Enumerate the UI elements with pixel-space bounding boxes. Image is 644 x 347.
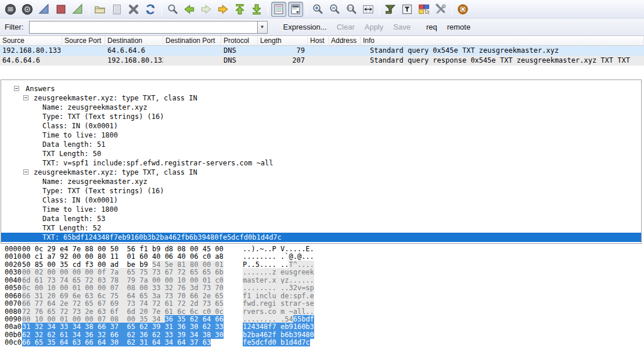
detail-row[interactable]: Class: IN (0x0001) xyxy=(1,196,641,205)
capture-filter-button[interactable] xyxy=(383,2,398,17)
packet-cell xyxy=(62,46,105,56)
hex-layer-bytes: 72 76 65 72 73 2e 63 6f 6d 20 7e 61 6c 6… xyxy=(22,308,224,316)
save-file-button[interactable] xyxy=(109,2,124,17)
toolbar-separator xyxy=(89,3,89,16)
list-interfaces-button[interactable] xyxy=(3,2,18,17)
hex-row[interactable]: 000000 0c 29 e4 7e 88 00 50 56 f1 b9 d8 … xyxy=(0,245,644,253)
filter-button-expression[interactable]: Expression... xyxy=(283,23,327,31)
filter-input[interactable] xyxy=(29,21,257,34)
column-header-destination[interactable]: Destination xyxy=(105,36,163,46)
resize-columns-icon xyxy=(362,3,374,15)
help-button[interactable] xyxy=(455,2,470,17)
detail-row[interactable]: Type: TXT (Text strings) (16) xyxy=(1,186,641,196)
detail-row[interactable]: Name: zeusgreekmaster.xyz xyxy=(1,177,641,186)
detail-row[interactable]: Data length: 53 xyxy=(1,214,641,223)
column-header-source[interactable]: Source xyxy=(0,36,62,46)
hex-bytes: 00 0c 29 e4 7e 88 00 50 56 f1 b9 d8 08 0… xyxy=(22,245,224,253)
packet-cell xyxy=(308,56,329,66)
detail-row[interactable]: zeusgreekmaster.xyz: type TXT, class IN xyxy=(1,168,641,177)
detail-row[interactable]: Answers xyxy=(1,84,641,93)
restart-capture-button[interactable] xyxy=(70,2,85,17)
display-filter-button[interactable] xyxy=(400,2,415,17)
zoom-actual-button[interactable]: 1:1 xyxy=(344,2,359,17)
stop-capture-button[interactable] xyxy=(53,2,69,17)
detail-row[interactable]: Time to live: 1800 xyxy=(1,205,641,214)
hex-row[interactable]: 009000 10 00 01 00 00 07 08 00 35 34 36 … xyxy=(0,316,644,323)
capture-options-icon xyxy=(21,3,33,15)
colorize-button[interactable] xyxy=(271,2,286,17)
column-header-destination-port[interactable]: Destination Port xyxy=(163,36,221,46)
hex-offset: 00b0 xyxy=(5,331,21,339)
detail-row[interactable]: TXT: 65bdf124348f7eb9160b3b2ba462fb6b394… xyxy=(1,233,641,242)
hex-row[interactable]: 00a031 32 34 33 34 38 66 37 65 62 39 31 … xyxy=(0,323,644,331)
chevron-down-icon: ▼ xyxy=(260,24,265,30)
reload-button[interactable] xyxy=(143,2,158,17)
detail-row[interactable]: TXT: v=spf1 include:spf.efwd.registrar-s… xyxy=(1,158,641,168)
hex-row[interactable]: 003000 02 00 00 00 00 0f 7a 65 75 73 67 … xyxy=(0,269,644,276)
hex-offset: 0020 xyxy=(5,261,21,269)
go-to-bottom-button[interactable] xyxy=(249,2,264,17)
save-file-icon xyxy=(111,3,123,15)
detail-row[interactable]: TXT Length: 50 xyxy=(1,149,641,158)
column-header-length[interactable]: Length xyxy=(258,36,308,46)
go-to-top-button[interactable] xyxy=(232,2,247,17)
detail-text: Name: zeusgreekmaster.xyz xyxy=(42,177,147,186)
collapse-minus-icon[interactable] xyxy=(23,95,28,100)
close-file-button[interactable] xyxy=(126,2,141,17)
filter-button-remote[interactable]: remote xyxy=(447,23,470,31)
go-forward-button[interactable] xyxy=(199,2,214,17)
detail-row[interactable]: Data length: 51 xyxy=(1,140,641,149)
hex-row[interactable]: 008072 76 65 72 73 2e 63 6f 6d 20 7e 61 … xyxy=(0,308,644,316)
hex-row[interactable]: 001000 c1 a7 92 00 00 80 11 01 60 40 06 … xyxy=(0,253,644,261)
detail-row[interactable]: Class: IN (0x0001) xyxy=(1,121,641,131)
column-header-info[interactable]: Info xyxy=(361,36,644,46)
detail-text: Time to live: 1800 xyxy=(42,131,118,140)
go-back-button[interactable] xyxy=(182,2,197,17)
detail-row[interactable]: Time to live: 1800 xyxy=(1,131,641,140)
packet-cell xyxy=(62,56,105,66)
column-header-address[interactable]: Address xyxy=(329,36,361,46)
collapse-minus-icon[interactable] xyxy=(23,169,28,175)
detail-row[interactable]: Name: zeusgreekmaster.xyz xyxy=(1,103,641,112)
auto-scroll-button[interactable] xyxy=(288,2,303,17)
hex-row[interactable]: 007066 77 64 2e 72 65 67 69 73 74 72 61 … xyxy=(0,300,644,308)
resize-columns-button[interactable] xyxy=(361,2,376,17)
column-header-protocol[interactable]: Protocol xyxy=(221,36,258,46)
filter-dropdown-button[interactable]: ▼ xyxy=(257,21,268,34)
find-packet-button[interactable] xyxy=(165,2,180,17)
detail-row[interactable]: Type: TXT (Text strings) (16) xyxy=(1,112,641,121)
start-capture-button[interactable] xyxy=(37,2,52,17)
detail-text: Type: TXT (Text strings) (16) xyxy=(42,112,164,121)
hex-row[interactable]: 00c066 65 35 64 63 66 64 30 62 31 64 34 … xyxy=(0,339,644,346)
go-to-packet-button[interactable] xyxy=(215,2,231,17)
hex-row[interactable]: 002050 85 00 35 cd f3 00 ad be b9 54 5e … xyxy=(0,261,644,269)
filter-combo: ▼ xyxy=(29,21,268,34)
hex-row[interactable]: 00406d 61 73 74 65 72 03 78 79 7a 00 00 … xyxy=(0,277,644,284)
zoom-out-button[interactable] xyxy=(327,2,342,17)
coloring-rules-button[interactable] xyxy=(416,2,431,17)
open-file-button[interactable] xyxy=(92,2,107,17)
toolbar-separator xyxy=(161,3,162,16)
preferences-button[interactable] xyxy=(433,2,448,17)
packet-cell: DNS xyxy=(221,56,258,66)
zoom-in-icon xyxy=(312,3,323,15)
hex-selected-bytes: 124348f7 eb9160b3 xyxy=(243,323,314,331)
filter-button-req[interactable]: req xyxy=(426,23,437,31)
hex-offset: 0010 xyxy=(5,253,21,261)
hex-row[interactable]: 006066 31 20 69 6e 63 6c 75 64 65 3a 73 … xyxy=(0,292,644,300)
column-header-host[interactable]: Host xyxy=(308,36,329,46)
detail-row[interactable]: TXT Length: 52 xyxy=(1,223,641,233)
capture-options-button[interactable] xyxy=(20,2,35,17)
collapse-minus-icon[interactable] xyxy=(14,86,19,91)
packet-row[interactable]: 64.6.64.6192.168.80.133DNS207Standard qu… xyxy=(0,56,644,66)
detail-text: Data length: 51 xyxy=(42,140,105,149)
hex-row[interactable]: 00500c 00 10 00 01 00 00 07 08 00 33 32 … xyxy=(0,284,644,292)
zoom-in-button[interactable] xyxy=(310,2,325,17)
hex-layer-bytes: 6d 61 73 74 65 72 03 78 79 7a 00 00 10 0… xyxy=(22,276,224,284)
hex-layer-bytes: master.x yz...... xyxy=(243,276,314,284)
detail-row[interactable]: zeusgreekmaster.xyz: type TXT, class IN xyxy=(1,93,641,103)
packet-row[interactable]: 192.168.80.13364.6.64.6DNS79Standard que… xyxy=(0,46,644,56)
column-header-source-port[interactable]: Source Port xyxy=(62,36,105,46)
hex-row[interactable]: 00b062 32 62 61 34 36 32 66 62 36 62 33 … xyxy=(0,331,644,339)
detail-text: Answers xyxy=(26,84,55,93)
